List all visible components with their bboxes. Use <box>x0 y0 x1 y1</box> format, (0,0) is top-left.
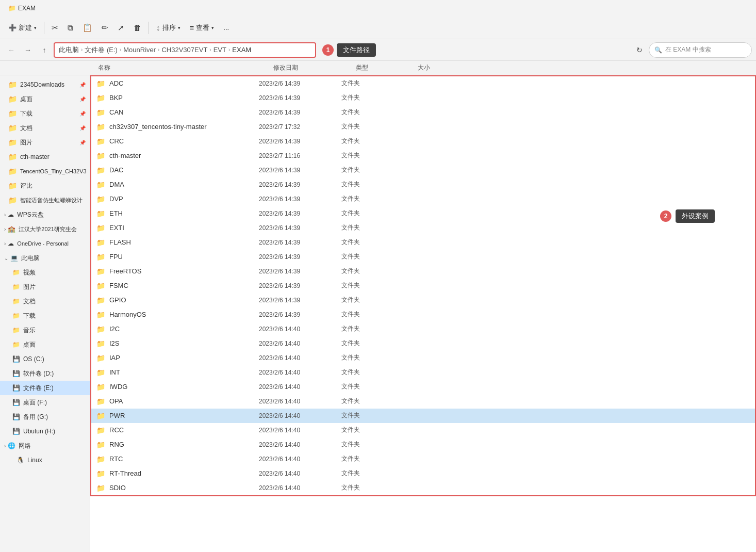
file-row[interactable]: 📁 FSMC 2023/2/6 14:39 文件夹 <box>91 279 755 293</box>
paste-button[interactable]: 📋 <box>78 21 96 35</box>
search-bar[interactable]: 🔍 在 EXAM 中搜索 <box>649 42 752 58</box>
file-type: 文件夹 <box>341 238 403 247</box>
sidebar-item-video[interactable]: 📁 视频 <box>0 265 90 280</box>
sidebar-item-drvg[interactable]: 💾 备用 (G:) <box>0 410 90 424</box>
file-row[interactable]: 📁 DMA 2023/2/6 14:39 文件夹 <box>91 177 755 192</box>
sidebar-item-dl[interactable]: 📁 下载 <box>0 309 90 323</box>
file-row[interactable]: 📁 DAC 2023/2/6 14:39 文件夹 <box>91 163 755 177</box>
col-header-name[interactable]: 名称 <box>93 63 273 72</box>
file-row[interactable]: 📁 RNG 2023/2/6 14:40 文件夹 <box>91 437 755 452</box>
file-row[interactable]: 📁 CAN 2023/2/6 14:39 文件夹 <box>91 105 755 120</box>
col-header-date[interactable]: 修改日期 <box>273 63 356 72</box>
up-button[interactable]: ↑ <box>37 43 52 57</box>
annotation-circle-1: 1 <box>322 44 334 56</box>
sidebar-item-pinbi[interactable]: 📁 评比 <box>0 178 90 193</box>
rename-button[interactable]: ✏ <box>97 21 112 35</box>
file-type: 文件夹 <box>341 411 403 420</box>
sidebar-item-zhiyin[interactable]: 📁 智能语音仿生蛙螺蛳设计 <box>0 193 90 207</box>
sidebar-item-jianghan[interactable]: › 🏫 江汉大学2021研究生会 <box>0 222 90 236</box>
file-type: 文件夹 <box>341 166 403 174</box>
file-row[interactable]: 📁 GPIO 2023/2/6 14:39 文件夹 <box>91 293 755 307</box>
file-row[interactable]: 📁 OPA 2023/2/6 14:40 文件夹 <box>91 394 755 409</box>
file-row[interactable]: 📁 RTC 2023/2/6 14:40 文件夹 <box>91 452 755 466</box>
file-row[interactable]: 📁 cth-master 2023/2/7 11:16 文件夹 <box>91 149 755 163</box>
sidebar-item-drvd[interactable]: 💾 软件卷 (D:) <box>0 366 90 381</box>
forward-button[interactable]: → <box>21 43 35 57</box>
file-row[interactable]: 📁 RCC 2023/2/6 14:40 文件夹 <box>91 423 755 437</box>
sidebar-item-osc[interactable]: 💾 OS (C:) <box>0 352 90 366</box>
sidebar-item-wps[interactable]: › ☁ WPS云盘 <box>0 207 90 222</box>
more-button[interactable]: ... <box>219 21 233 34</box>
file-row[interactable]: 📁 DVP 2023/2/6 14:39 文件夹 <box>91 192 755 206</box>
title-icon: 📁 <box>8 5 16 12</box>
cut-button[interactable]: ✂ <box>47 21 62 35</box>
sidebar-item-tencent[interactable]: 📁 TencentOS_Tiny_CH32V3 <box>0 164 90 178</box>
file-date: 2023/2/6 14:39 <box>259 94 341 102</box>
file-row[interactable]: 📁 IAP 2023/2/6 14:40 文件夹 <box>91 351 755 365</box>
copy-button[interactable]: ⧉ <box>63 21 77 35</box>
sidebar-item-music[interactable]: 📁 音乐 <box>0 323 90 337</box>
folder-icon: 📁 <box>96 238 105 247</box>
drive-icon: 💾 <box>12 370 20 377</box>
sidebar-item-documents[interactable]: 📁 文档 <box>0 294 90 309</box>
file-row[interactable]: 📁 ch32v307_tencentos-tiny-master 2023/2/… <box>91 120 755 134</box>
file-date: 2023/2/6 14:40 <box>259 369 341 376</box>
view-button[interactable]: ≡ 查看 ▾ <box>186 21 219 35</box>
folder-icon: 📁 <box>8 167 17 175</box>
sidebar-item-network[interactable]: › 🌐 网络 <box>0 439 90 453</box>
sidebar-item-desk2[interactable]: 📁 桌面 <box>0 337 90 352</box>
file-row[interactable]: 📁 I2S 2023/2/6 14:40 文件夹 <box>91 336 755 351</box>
sidebar-item-thispc[interactable]: ⌄ 💻 此电脑 <box>0 251 90 265</box>
file-type: 文件夹 <box>341 454 403 463</box>
file-type: 文件夹 <box>341 324 403 333</box>
file-row[interactable]: 📁 PWR 2023/2/6 14:40 文件夹 <box>91 409 755 423</box>
new-button[interactable]: ➕ 新建 ▾ <box>4 21 41 35</box>
file-list-inner: 📁 ADC 2023/2/6 14:39 文件夹 📁 BKP 2023/2/6 … <box>90 75 756 496</box>
file-row[interactable]: 📁 EXTI 2023/2/6 14:39 文件夹 <box>91 221 755 235</box>
file-row[interactable]: 📁 SDIO 2023/2/6 14:40 文件夹 <box>91 481 755 495</box>
sidebar-item-drvh[interactable]: 💾 Ubutun (H:) <box>0 424 90 439</box>
file-row[interactable]: 📁 FPU 2023/2/6 14:39 文件夹 <box>91 250 755 264</box>
file-row[interactable]: 📁 I2C 2023/2/6 14:40 文件夹 <box>91 322 755 336</box>
file-name: GPIO <box>109 296 259 304</box>
file-row[interactable]: 📁 HarmonyOS 2023/2/6 14:39 文件夹 <box>91 307 755 322</box>
file-row[interactable]: 📁 ETH 2023/2/6 14:39 文件夹 <box>91 206 755 221</box>
back-button[interactable]: ← <box>4 43 19 57</box>
folder-icon: 📁 <box>12 283 20 290</box>
file-row[interactable]: 📁 FreeRTOS 2023/2/6 14:39 文件夹 <box>91 264 755 279</box>
share-button[interactable]: ↗ <box>113 21 128 35</box>
network-icon: 🌐 <box>8 442 15 449</box>
refresh-button[interactable]: ↻ <box>632 43 647 57</box>
file-name: ch32v307_tencentos-tiny-master <box>109 123 259 131</box>
sidebar-item-linux[interactable]: 🐧 Linux <box>0 453 90 467</box>
file-row[interactable]: 📁 BKP 2023/2/6 14:39 文件夹 <box>91 91 755 105</box>
file-date: 2023/2/6 14:39 <box>259 167 341 174</box>
file-row[interactable]: 📁 ADC 2023/2/6 14:39 文件夹 <box>91 76 755 91</box>
sidebar-item-docs[interactable]: 📁 文档 📌 <box>0 121 90 135</box>
file-row[interactable]: 📁 IWDG 2023/2/6 14:40 文件夹 <box>91 380 755 394</box>
delete-button[interactable]: 🗑 <box>129 21 145 35</box>
sidebar-item-drve[interactable]: 💾 文件卷 (E:) <box>0 381 90 395</box>
file-row[interactable]: 📁 RT-Thread 2023/2/6 14:40 文件夹 <box>91 466 755 481</box>
sidebar-item-downloads[interactable]: 📁 下载 📌 <box>0 106 90 121</box>
file-date: 2023/2/6 14:40 <box>259 412 341 419</box>
sidebar-item-2345downloads[interactable]: 📁 2345Downloads 📌 <box>0 77 90 92</box>
sidebar-item-desktop[interactable]: 📁 桌面 📌 <box>0 92 90 106</box>
col-header-type[interactable]: 类型 <box>356 63 418 72</box>
sidebar-item-onedrive[interactable]: › ☁ OneDrive - Personal <box>0 236 90 251</box>
sidebar-item-images[interactable]: 📁 图片 <box>0 280 90 294</box>
breadcrumb-bar[interactable]: 此电脑 › 文件卷 (E:) › MounRiver › CH32V307EVT… <box>54 42 316 58</box>
file-date: 2023/2/6 14:39 <box>259 268 341 275</box>
file-row[interactable]: 📁 CRC 2023/2/6 14:39 文件夹 <box>91 134 755 149</box>
annotation-1: 1 文件路径 <box>322 43 376 57</box>
file-row[interactable]: 📁 INT 2023/2/6 14:40 文件夹 <box>91 365 755 380</box>
sidebar-item-drvf[interactable]: 💾 桌面 (F:) <box>0 395 90 410</box>
col-header-size[interactable]: 大小 <box>418 63 469 72</box>
file-row[interactable]: 📁 FLASH 2023/2/6 14:39 文件夹 <box>91 235 755 250</box>
sidebar-item-cth[interactable]: 📁 cth-master <box>0 150 90 164</box>
sidebar-item-pictures[interactable]: 📁 图片 📌 <box>0 135 90 150</box>
sort-button[interactable]: ↕ 排序 ▾ <box>152 21 185 35</box>
pin-icon: 📌 <box>79 140 86 145</box>
file-name: ADC <box>109 79 259 87</box>
file-type: 文件夹 <box>341 209 403 218</box>
